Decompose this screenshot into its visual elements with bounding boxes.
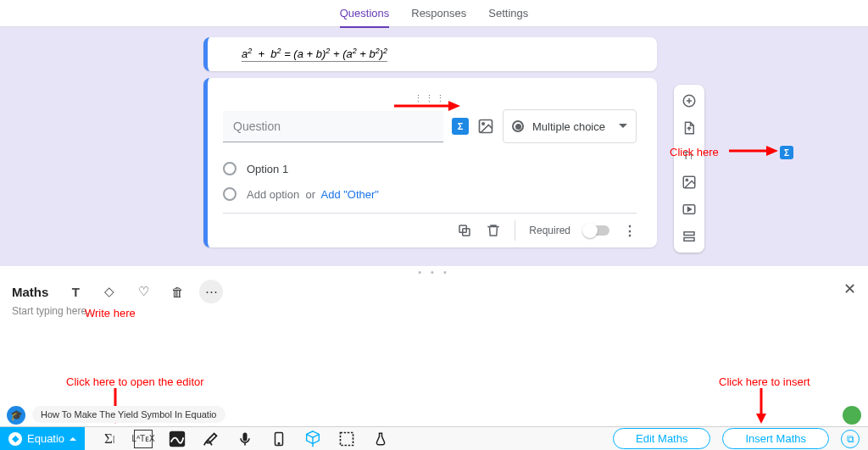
- required-toggle[interactable]: [584, 225, 609, 236]
- graph-icon[interactable]: [168, 430, 186, 448]
- svg-point-8: [686, 179, 687, 181]
- tab-settings[interactable]: Settings: [488, 0, 528, 26]
- add-option-text: Add option or Add "Other": [247, 188, 379, 201]
- svg-rect-21: [243, 432, 248, 441]
- latex-icon[interactable]: LᴬTᴇX: [134, 430, 153, 448]
- option-row[interactable]: Option 1: [223, 162, 637, 175]
- svg-marker-13: [448, 101, 460, 111]
- svg-point-23: [278, 442, 280, 444]
- annotation-write-here: Write here: [85, 307, 136, 319]
- equatio-toggle-button[interactable]: ◆ Equatio: [0, 427, 85, 451]
- equatio-tools: Σ| LᴬTᴇX: [85, 430, 405, 448]
- equatio-insert-icon[interactable]: Σ: [452, 118, 469, 135]
- handwriting-icon[interactable]: [202, 430, 220, 448]
- insert-maths-button[interactable]: Insert Maths: [722, 428, 829, 449]
- equatio-option-icon[interactable]: Σ: [780, 146, 793, 159]
- equation-editor-icon[interactable]: Σ|: [100, 430, 119, 448]
- text-tool-icon[interactable]: T: [64, 280, 87, 303]
- equatio-bar: ◆ Equatio Σ| LᴬTᴇX Edit Maths Insert Mat…: [0, 426, 868, 450]
- tab-questions[interactable]: Questions: [340, 0, 390, 28]
- copy-icon[interactable]: [457, 223, 472, 238]
- question-type-select[interactable]: Multiple choice: [503, 109, 637, 143]
- maths-input[interactable]: Start typing here...: [12, 305, 95, 317]
- mobile-icon[interactable]: [270, 430, 288, 448]
- radio-empty-icon: [223, 162, 236, 175]
- import-icon[interactable]: [682, 120, 697, 136]
- stem-icon[interactable]: [371, 430, 390, 448]
- more-icon[interactable]: ⋮: [623, 223, 637, 239]
- tab-responses[interactable]: Responses: [411, 0, 466, 26]
- trash-icon[interactable]: [486, 223, 501, 238]
- screenshot-icon[interactable]: [337, 430, 356, 448]
- add-option-row[interactable]: Add option or Add "Other": [223, 187, 637, 201]
- add-image-icon[interactable]: [682, 175, 697, 190]
- svg-point-1: [482, 123, 485, 125]
- radio-icon: [512, 120, 524, 132]
- svg-rect-11: [684, 238, 694, 242]
- how-to-chip[interactable]: How To Make The Yield Symbol In Equatio: [32, 406, 225, 423]
- formula-text: a2 + b2 = (a + b)2 + (a2 + b2)2: [242, 47, 387, 62]
- add-section-icon[interactable]: [682, 229, 697, 244]
- annotation-open-editor: Click here to open the editor: [66, 375, 204, 388]
- annotation-click-here: Click here: [670, 146, 719, 158]
- svg-rect-24: [341, 432, 353, 445]
- svg-rect-10: [684, 232, 694, 236]
- annotation-insert: Click here to insert: [719, 375, 810, 388]
- equatio-label: Equatio: [27, 432, 64, 445]
- tab-bar: Questions Responses Settings: [0, 0, 868, 27]
- edit-maths-button[interactable]: Edit Maths: [613, 428, 710, 449]
- question-input[interactable]: [223, 111, 443, 142]
- maths-panel: Maths T ◇ ♡ 🗑 ⋯ ✕ Start typing here... W…: [0, 275, 868, 428]
- arrow-annotation: [729, 142, 780, 159]
- svg-marker-19: [756, 414, 766, 424]
- arrow-annotation: [753, 388, 770, 425]
- side-toolbar: TT: [674, 85, 704, 253]
- svg-marker-15: [766, 146, 778, 156]
- formula-card[interactable]: a2 + b2 = (a + b)2 + (a2 + b2)2: [203, 37, 657, 71]
- color-tool-icon[interactable]: ◇: [97, 280, 121, 303]
- help-avatar-icon[interactable]: 🎓: [7, 406, 25, 425]
- maths-title: Maths: [12, 285, 48, 299]
- 3d-icon[interactable]: [303, 430, 322, 448]
- required-label: Required: [529, 225, 570, 236]
- more-tools-icon[interactable]: ⋯: [199, 280, 223, 303]
- question-type-label: Multiple choice: [532, 120, 605, 133]
- close-icon[interactable]: ✕: [843, 280, 856, 298]
- user-avatar-icon[interactable]: [843, 406, 861, 425]
- divider: [515, 220, 515, 241]
- add-other-link[interactable]: Add "Other": [320, 188, 379, 201]
- card-footer: Required ⋮: [223, 213, 637, 241]
- add-video-icon[interactable]: [682, 202, 697, 217]
- option-label: Option 1: [247, 163, 288, 175]
- equatio-logo-icon: ◆: [8, 432, 22, 446]
- add-question-icon[interactable]: [682, 93, 697, 108]
- arrow-annotation: [394, 97, 462, 114]
- radio-empty-icon: [223, 187, 236, 201]
- favorite-icon[interactable]: ♡: [131, 280, 155, 303]
- copy-maths-icon[interactable]: ⧉: [841, 430, 860, 448]
- image-icon[interactable]: [477, 118, 494, 135]
- delete-icon[interactable]: 🗑: [165, 280, 189, 303]
- chevron-up-icon: [70, 434, 76, 441]
- speech-icon[interactable]: [236, 430, 254, 448]
- chevron-down-icon: [619, 124, 627, 132]
